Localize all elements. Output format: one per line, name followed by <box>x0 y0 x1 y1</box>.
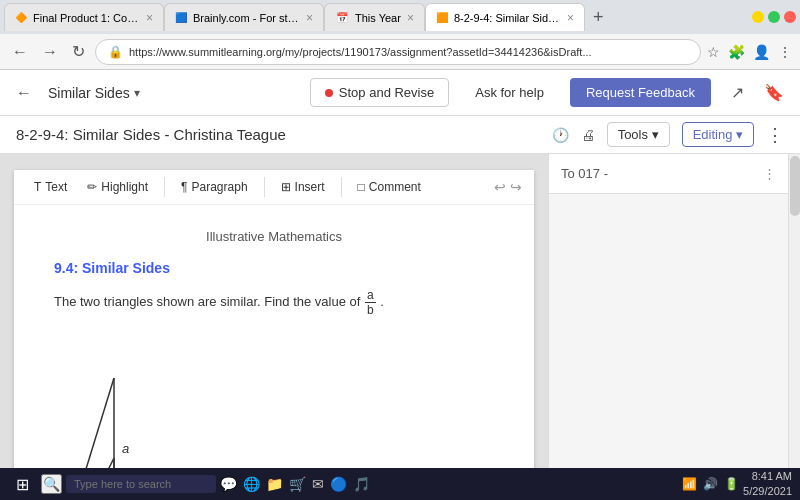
forward-button[interactable]: → <box>38 41 62 63</box>
period: . <box>380 294 384 309</box>
more-options-icon[interactable]: ⋮ <box>766 124 784 146</box>
volume-icon[interactable]: 🔊 <box>703 477 718 491</box>
comment-button[interactable]: □ Comment <box>350 176 429 198</box>
text-format-button[interactable]: T Text <box>26 176 75 198</box>
address-text: https://www.summitlearning.org/my/projec… <box>129 46 592 58</box>
comment-icon: □ <box>358 180 365 194</box>
tools-dropdown[interactable]: Tools ▾ <box>607 122 670 147</box>
clock-date: 5/29/2021 <box>743 484 792 499</box>
tab-4-label: 8-2-9-4: Similar Sides – Christin... <box>454 12 561 24</box>
tab-2[interactable]: 🟦 Brainly.com - For students. By s... × <box>164 3 324 31</box>
taskbar-music-icon[interactable]: 🎵 <box>353 476 370 492</box>
tab-3[interactable]: 📅 This Year × <box>324 3 425 31</box>
text-format-label: Text <box>45 180 67 194</box>
undo-redo-group: ↩ ↪ <box>494 179 522 195</box>
taskbar-cortana-icon[interactable]: 💬 <box>220 476 237 492</box>
tab-2-close[interactable]: × <box>306 11 313 25</box>
start-button[interactable]: ⊞ <box>8 475 37 494</box>
back-button[interactable]: ← <box>8 41 32 63</box>
paragraph-button[interactable]: ¶ Paragraph <box>173 176 256 198</box>
app-back-button[interactable]: ← <box>16 84 32 102</box>
taskbar-edge-icon[interactable]: 🌐 <box>243 476 260 492</box>
scrollbar-thumb[interactable] <box>790 156 800 216</box>
print-icon[interactable]: 🖨 <box>581 127 595 143</box>
insert-button[interactable]: ⊞ Insert <box>273 176 333 198</box>
comment-label: Comment <box>369 180 421 194</box>
toolbar-divider-1 <box>164 177 165 197</box>
undo-button[interactable]: ↩ <box>494 179 506 195</box>
highlight-button[interactable]: ✏ Highlight <box>79 176 156 198</box>
ask-for-help-button[interactable]: Ask for help <box>465 79 554 106</box>
taskbar-file-icon[interactable]: 📁 <box>266 476 283 492</box>
request-feedback-label: Request Feedback <box>586 85 695 100</box>
tab-1-close[interactable]: × <box>146 11 153 25</box>
tab-1[interactable]: 🔶 Final Product 1: Competing Vie... × <box>4 3 164 31</box>
taskbar-search-icon[interactable]: 🔍 <box>41 474 62 494</box>
star-icon[interactable]: ☆ <box>707 44 720 60</box>
address-bar[interactable]: 🔒 https://www.summitlearning.org/my/proj… <box>95 39 701 65</box>
formatting-toolbar: T Text ✏ Highlight ¶ Paragraph ⊞ Insert <box>14 170 534 205</box>
network-icon[interactable]: 📶 <box>682 477 697 491</box>
taskbar-store-icon[interactable]: 🛒 <box>289 476 306 492</box>
request-feedback-button[interactable]: Request Feedback <box>570 78 711 107</box>
redo-button[interactable]: ↪ <box>510 179 522 195</box>
battery-icon[interactable]: 🔋 <box>724 477 739 491</box>
profile-icon[interactable]: 👤 <box>753 44 770 60</box>
tools-label: Tools <box>618 127 648 142</box>
editing-dropdown[interactable]: Editing ▾ <box>682 122 754 147</box>
taskbar-clock[interactable]: 8:41 AM 5/29/2021 <box>743 469 792 500</box>
history-icon[interactable]: 🕐 <box>552 127 569 143</box>
chevron-down-icon: ▾ <box>134 86 140 100</box>
problem-text: The two triangles shown are similar. Fin… <box>54 288 494 318</box>
right-panel: To 017 - ⋮ <box>548 154 788 500</box>
close-window-button[interactable] <box>784 11 796 23</box>
breadcrumb-label: Similar Sides <box>48 85 130 101</box>
breadcrumb[interactable]: Similar Sides ▾ <box>48 85 140 101</box>
tab-2-favicon: 🟦 <box>175 11 187 25</box>
clock-time: 8:41 AM <box>743 469 792 484</box>
taskbar: ⊞ 🔍 💬 🌐 📁 🛒 ✉ 🔵 🎵 📶 🔊 🔋 8:41 AM 5/29/202… <box>0 468 800 500</box>
new-tab-button[interactable]: + <box>585 7 612 28</box>
app-header: ← Similar Sides ▾ Stop and Revise Ask fo… <box>0 70 800 116</box>
stop-revise-button[interactable]: Stop and Revise <box>310 78 449 107</box>
system-tray: 📶 🔊 🔋 <box>682 477 739 491</box>
taskbar-mail-icon[interactable]: ✉ <box>312 476 324 492</box>
menu-icon[interactable]: ⋮ <box>778 44 792 60</box>
fraction-ab: a b <box>364 294 380 309</box>
scrollbar-track[interactable] <box>788 154 800 500</box>
highlight-label: Highlight <box>101 180 148 194</box>
fraction-denominator: b <box>365 303 376 317</box>
content-area: T Text ✏ Highlight ¶ Paragraph ⊞ Insert <box>0 154 800 500</box>
document-subtitle: Illustrative Mathematics <box>54 229 494 244</box>
paragraph-label: Paragraph <box>192 180 248 194</box>
bookmark-icon[interactable]: 🔖 <box>764 83 784 102</box>
toolbar-icons: ☆ 🧩 👤 ⋮ <box>707 44 792 60</box>
taskbar-chrome-icon[interactable]: 🔵 <box>330 476 347 492</box>
problem-text-content: The two triangles shown are similar. Fin… <box>54 294 360 309</box>
right-panel-label: To 017 - <box>561 166 608 181</box>
extension-icon[interactable]: 🧩 <box>728 44 745 60</box>
insert-label: Insert <box>295 180 325 194</box>
toolbar-divider-2 <box>264 177 265 197</box>
tab-2-label: Brainly.com - For students. By s... <box>193 12 300 24</box>
tab-bar: 🔶 Final Product 1: Competing Vie... × 🟦 … <box>0 0 800 34</box>
tab-4[interactable]: 🟧 8-2-9-4: Similar Sides – Christin... × <box>425 3 585 31</box>
refresh-button[interactable]: ↻ <box>68 40 89 63</box>
text-icon: T <box>34 180 41 194</box>
document-content: Illustrative Mathematics 9.4: Similar Si… <box>14 205 534 358</box>
highlight-icon: ✏ <box>87 180 97 194</box>
lock-icon: 🔒 <box>108 45 123 59</box>
taskbar-search-input[interactable] <box>66 475 216 493</box>
tab-3-label: This Year <box>355 12 401 24</box>
fraction-numerator: a <box>365 288 376 303</box>
tab-3-close[interactable]: × <box>407 11 414 25</box>
document-paper: T Text ✏ Highlight ¶ Paragraph ⊞ Insert <box>14 170 534 500</box>
external-link-icon[interactable]: ↗ <box>731 83 744 102</box>
doc-tools: 🕐 🖨 Tools ▾ Editing ▾ ⋮ <box>552 122 784 147</box>
tab-1-favicon: 🔶 <box>15 11 27 25</box>
label-a: a <box>122 441 129 456</box>
window-controls <box>752 11 796 23</box>
minimize-button[interactable] <box>752 11 764 23</box>
tab-4-close[interactable]: × <box>567 11 574 25</box>
maximize-button[interactable] <box>768 11 780 23</box>
